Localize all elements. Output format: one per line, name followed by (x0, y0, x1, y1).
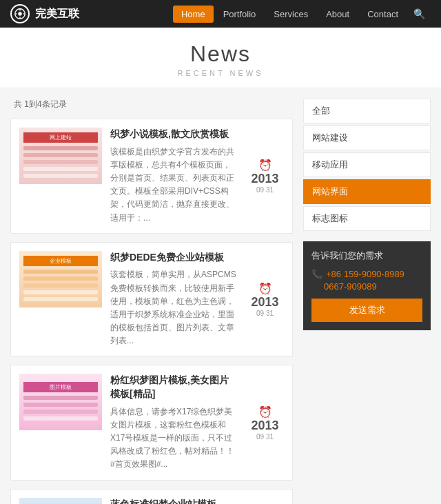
news-title-2[interactable]: 织梦DEDE免费企业站模板 (110, 251, 238, 265)
logo-area: 完美互联 (10, 4, 79, 23)
news-meta-1: ⏰ 2013 09 31 (246, 128, 284, 225)
news-item: 图片模板 粉红织梦图片模板,美女图片模板[精品] 具体信息，请参考X17综色织梦… (10, 365, 293, 480)
search-icon[interactable]: 🔍 (408, 5, 431, 23)
clock-icon-2: ⏰ (258, 282, 272, 295)
news-thumb-4: 蓝色模板 (19, 498, 102, 504)
news-body-3: 粉红织梦图片模板,美女图片模板[精品] 具体信息，请参考X17综色织梦美女图片模… (110, 374, 238, 471)
main-nav: Home Portfolio Services About Contact 🔍 (173, 5, 431, 23)
clock-icon-3: ⏰ (258, 405, 272, 419)
nav-home[interactable]: Home (173, 6, 214, 23)
logo-text: 完美互联 (35, 7, 79, 21)
cat-ui[interactable]: 网站界面 (303, 179, 431, 204)
news-date-2: 09 31 (256, 310, 274, 317)
nav-portfolio[interactable]: Portfolio (215, 6, 265, 23)
send-button[interactable]: 发送需求 (311, 299, 422, 322)
record-count-top: 共 1到4条记录 (10, 99, 293, 110)
header: 完美互联 Home Portfolio Services About Conta… (0, 0, 441, 28)
news-title-3[interactable]: 粉红织梦图片模板,美女图片模板[精品] (110, 374, 238, 401)
cat-icon[interactable]: 标志图标 (303, 206, 431, 231)
news-year-1: 2013 (251, 172, 278, 186)
news-item: 网上建站 织梦小说模板,散文欣赏模板 该模板是由织梦文学官方发布的共享版模板，总… (10, 119, 293, 234)
category-list: 全部 网站建设 移动应用 网站界面 标志图标 (303, 99, 431, 231)
news-item: 企业模板 织梦DEDE免费企业站模板 该套模板，简单实用，从ASPCMS免费模板… (10, 242, 293, 357)
cat-all[interactable]: 全部 (303, 99, 431, 123)
news-item: 蓝色模板 蓝色标准织梦企业站模板 该模板简单，适用于标准企业站，是从织梦论坛里整… (10, 489, 293, 504)
news-meta-2: ⏰ 2013 09 31 (246, 251, 284, 348)
news-year-3: 2013 (251, 419, 278, 433)
page-subtitle: Recent News (0, 69, 441, 77)
contact-phone-1: 📞 +86 159-9090-8989 (311, 269, 422, 279)
hero-section: News Recent News (0, 28, 441, 88)
svg-point-1 (18, 12, 21, 15)
logo-icon (10, 4, 30, 23)
news-year-2: 2013 (251, 295, 278, 310)
nav-services[interactable]: Services (265, 6, 316, 23)
news-desc-1: 该模板是由织梦文学官方发布的共享版模板，总共有4个模板页面，分别是首页、结果页、… (110, 145, 238, 225)
cat-website[interactable]: 网站建设 (303, 125, 431, 150)
phone-number-1: +86 159-9090-8989 (326, 269, 404, 279)
nav-about[interactable]: About (318, 6, 358, 23)
news-desc-2: 该套模板，简单实用，从ASPCMS免费模板转换而来，比较使用新手使用，模板简单，… (110, 268, 238, 347)
nav-contact[interactable]: Contact (359, 6, 407, 23)
news-thumb-3: 图片模板 (19, 374, 102, 430)
news-thumb-2: 企业模板 (19, 251, 102, 308)
news-meta-4: ⏰ 2013 09 31 (246, 498, 284, 504)
news-desc-3: 具体信息，请参考X17综色织梦美女图片模板，这套粉红色模板和X17号模板是一样的… (110, 405, 238, 472)
news-title-1[interactable]: 织梦小说模板,散文欣赏模板 (110, 128, 238, 141)
news-thumb-1: 网上建站 (19, 128, 102, 184)
contact-box: 告诉我们您的需求 📞 +86 159-9090-8989 0667-909089… (303, 241, 431, 330)
page-title: News (0, 41, 441, 67)
news-body-2: 织梦DEDE免费企业站模板 该套模板，简单实用，从ASPCMS免费模板转换而来，… (110, 251, 238, 348)
news-body-1: 织梦小说模板,散文欣赏模板 该模板是由织梦文学官方发布的共享版模板，总共有4个模… (110, 128, 238, 225)
news-meta-3: ⏰ 2013 09 31 (246, 374, 284, 471)
news-date-3: 09 31 (256, 433, 274, 441)
news-content: 共 1到4条记录 网上建站 织梦小说模板,散文欣赏模板 该模板是由织梦文学官方发… (10, 99, 293, 504)
cat-mobile[interactable]: 移动应用 (303, 152, 431, 177)
contact-phone-2: 0667-909089 (311, 281, 422, 292)
contact-title: 告诉我们您的需求 (311, 250, 422, 262)
news-body-4: 蓝色标准织梦企业站模板 该模板简单，适用于标准企业站，是从织梦论坛里整合，修正了… (110, 498, 238, 504)
sidebar: 全部 网站建设 移动应用 网站界面 标志图标 告诉我们您的需求 📞 +86 15… (303, 99, 431, 504)
clock-icon-1: ⏰ (258, 159, 272, 172)
news-title-4[interactable]: 蓝色标准织梦企业站模板 (110, 498, 238, 504)
phone-icon: 📞 (311, 269, 322, 279)
main-content: 共 1到4条记录 网上建站 织梦小说模板,散文欣赏模板 该模板是由织梦文学官方发… (0, 88, 441, 504)
news-date-1: 09 31 (256, 186, 274, 194)
